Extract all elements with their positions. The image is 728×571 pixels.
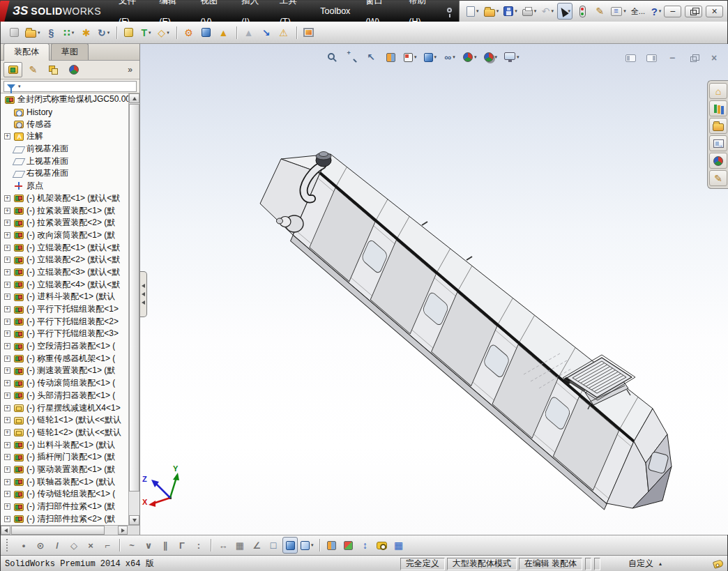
featuremanager-tab-icon[interactable] [3, 62, 22, 77]
tree-item[interactable]: + (-) 立辊装配<3> (默认<默 [1, 266, 128, 279]
view-palette-icon[interactable] [709, 135, 727, 151]
offset-entities-icon[interactable]: ∥ [158, 537, 173, 554]
collision-check-icon[interactable] [341, 537, 356, 554]
interference-detection-icon[interactable]: ⚠ [276, 24, 291, 41]
expand-plus-icon[interactable]: + [4, 269, 10, 275]
tree-item[interactable]: + (-) 头部清扫器装配<1> ( [1, 390, 128, 402]
scroll-up-button[interactable] [129, 93, 139, 103]
tree-horizontal-scrollbar[interactable] [1, 525, 139, 535]
tree-item[interactable]: + (-) 插杆闸门装配<1> (默 [1, 451, 128, 464]
angle-snap-icon[interactable]: ∠ [249, 537, 264, 554]
close-button[interactable]: × [706, 6, 723, 17]
scroll-left-button[interactable] [1, 526, 10, 535]
custom-properties-icon[interactable]: ✎ [709, 170, 727, 186]
tree-item[interactable]: + (-) 平行下托辊组装配<1> [1, 303, 128, 316]
collapse-pane-right-icon[interactable] [644, 50, 659, 66]
zoom-to-area-icon[interactable] [344, 49, 359, 66]
tree-vertical-scrollbar[interactable] [128, 93, 139, 525]
file-explorer-icon[interactable] [709, 118, 727, 134]
tree-item[interactable]: + (-) 拉紧装置装配<2> (默 [1, 217, 128, 229]
tab-assembly[interactable]: 装配体 [3, 43, 50, 61]
spline-icon[interactable]: ~ [124, 537, 139, 554]
tree-item[interactable]: + (-) 链轮1<1> (默认<<默认 [1, 414, 128, 427]
tree-item[interactable]: + (-) 立辊装配<2> (默认<默 [1, 254, 128, 266]
toolbar-grip[interactable] [6, 539, 9, 551]
section-view-icon[interactable] [383, 49, 398, 66]
edit-appearance-icon[interactable]: ▾ [462, 49, 478, 66]
wireframe-display-icon[interactable]: □ [266, 537, 281, 554]
expand-plus-icon[interactable]: + [4, 503, 10, 510]
scroll-thumb[interactable] [129, 104, 139, 492]
tag-icon[interactable] [713, 559, 724, 569]
tree-item[interactable]: + (-) 拉紧装置装配<1> (默 [1, 204, 128, 217]
tree-item[interactable]: + (-) 出料斗装配<1> (默认 [1, 439, 128, 451]
print-icon[interactable]: ▾ [521, 3, 538, 20]
tree-item[interactable]: + (-) 立辊装配<1> (默认<默 [1, 241, 128, 254]
undo-icon[interactable]: ↶▾ [540, 3, 555, 20]
doc-restore-icon[interactable] [685, 50, 701, 66]
pin-icon[interactable] [447, 8, 452, 13]
assembly-visualization-icon[interactable] [324, 537, 340, 554]
tree-item[interactable]: + (-) 测速装置装配<1> (默 [1, 365, 128, 377]
doc-minimize-icon[interactable]: − [665, 50, 680, 66]
expand-plus-icon[interactable]: + [4, 417, 10, 423]
instant3d-icon[interactable]: ▲ [216, 24, 232, 41]
tree-item[interactable]: + (-) 改向滚筒装配<1> (默 [1, 229, 128, 242]
expand-plus-icon[interactable]: + [4, 367, 10, 374]
appearance-frame-icon[interactable] [301, 24, 317, 41]
design-library-icon[interactable] [709, 100, 727, 116]
view-cube-icon[interactable]: ▾ [299, 537, 315, 554]
scroll-down-button[interactable] [129, 515, 139, 525]
tree-item[interactable]: + (-) 空段清扫器装配<1> ( [1, 340, 128, 353]
centerline-icon[interactable]: : [191, 537, 206, 554]
polygon-icon[interactable]: ◇ [66, 537, 82, 554]
doc-close-icon[interactable]: × [706, 50, 722, 66]
smart-fasteners-icon[interactable]: ✱ [79, 24, 94, 41]
tree-item[interactable]: 原点 [1, 180, 128, 192]
smart-dimension-icon[interactable]: ↔ [215, 537, 231, 554]
expand-plus-icon[interactable]: + [4, 442, 10, 448]
expand-plus-icon[interactable]: + [4, 330, 10, 337]
tree-item[interactable]: History [1, 106, 128, 119]
configurationmanager-tab-icon[interactable] [44, 62, 63, 77]
expand-plus-icon[interactable]: + [4, 454, 10, 460]
expand-plus-icon[interactable]: + [4, 306, 10, 312]
options-icon[interactable]: ▾ [609, 3, 628, 20]
file-properties-icon[interactable]: ✎ [592, 3, 607, 20]
show-hidden-components-icon[interactable] [121, 24, 137, 41]
appearances-scenes-icon[interactable] [709, 153, 727, 169]
model-scene-svg[interactable]: X Y Z [140, 44, 728, 535]
tree-item[interactable]: + (-) 传动链轮组装配<1> ( [1, 488, 128, 501]
tree-item[interactable]: 右视基准面 [1, 167, 128, 180]
expand-plus-icon[interactable] [4, 183, 10, 189]
pane-overflow-button[interactable]: » [128, 65, 137, 75]
expand-plus-icon[interactable]: + [4, 516, 10, 522]
measure-icon[interactable] [374, 537, 390, 554]
select-cursor-icon[interactable]: ▾ [557, 3, 572, 20]
expand-plus-icon[interactable]: + [4, 479, 10, 485]
status-customize[interactable]: 自定义 ▴ [603, 558, 687, 570]
trim-entities-icon[interactable]: × [83, 537, 98, 554]
corner-rectangle-icon[interactable]: Γ [174, 537, 190, 554]
expand-plus-icon[interactable]: + [4, 380, 10, 386]
rotate-component-icon[interactable]: ↻▾ [96, 24, 112, 41]
expand-plus-icon[interactable] [4, 121, 10, 128]
mate-icon[interactable]: § [44, 24, 59, 41]
tree-item[interactable]: + (-) 立辊装配<4> (默认<默 [1, 278, 128, 291]
mirror-entities-icon[interactable]: ∨ [141, 537, 156, 554]
fullscreen-button[interactable]: 全... [630, 3, 646, 20]
scroll-right-button[interactable] [118, 526, 128, 535]
expand-plus-icon[interactable]: + [4, 232, 10, 238]
conveyor-model[interactable] [260, 152, 672, 510]
solidworks-resources-icon[interactable]: ⌂ [709, 83, 727, 99]
tree-item[interactable]: + (-) 传动滚筒组装配<1> ( [1, 377, 128, 390]
view-orientation-icon[interactable]: ▾ [402, 49, 418, 66]
expand-plus-icon[interactable]: + [4, 195, 10, 201]
tree-item[interactable]: + (-) 驱动装置装配<1> (默 [1, 464, 128, 476]
tree-item[interactable]: 前视基准面 [1, 143, 128, 155]
expand-plus-icon[interactable]: + [4, 208, 10, 214]
expand-plus-icon[interactable] [4, 146, 10, 152]
displaymanager-tab-icon[interactable] [64, 62, 83, 77]
restore-button[interactable] [685, 6, 702, 17]
tree-item[interactable]: + (-) 平行下托辊组装配<3> [1, 328, 128, 340]
